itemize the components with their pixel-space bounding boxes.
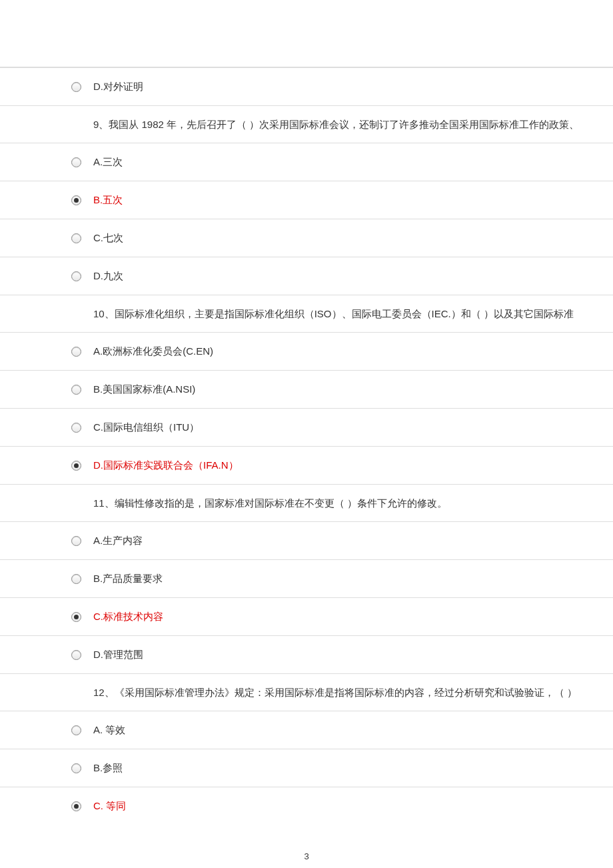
radio-cell — [0, 536, 93, 546]
option-label: D.国际标准实践联合会（IFA.N） — [93, 452, 613, 479]
option-row: D.对外证明 — [0, 67, 613, 105]
option-row: D.国际标准实践联合会（IFA.N） — [0, 446, 613, 484]
option-row: C.标准技术内容 — [0, 597, 613, 635]
question-text: 12、《采用国际标准管理办法》规定：采用国际标准是指将国际标准的内容，经过分析研… — [0, 674, 613, 711]
option-label: B.美国国家标准(A.NSI) — [93, 376, 613, 403]
radio-cell — [0, 763, 93, 773]
radio-button[interactable] — [71, 82, 81, 92]
page-number: 3 — [0, 851, 613, 861]
question-block: D.对外证明 — [0, 67, 613, 105]
radio-cell — [0, 347, 93, 357]
question-text: 11、编辑性修改指的是，国家标准对国际标准在不变更（ ）条件下允许的修改。 — [0, 485, 613, 521]
radio-button[interactable] — [71, 574, 81, 584]
option-row: C. 等同 — [0, 787, 613, 825]
option-row: D.九次 — [0, 257, 613, 295]
radio-cell — [0, 650, 93, 660]
question-block: 11、编辑性修改指的是，国家标准对国际标准在不变更（ ）条件下允许的修改。A.生… — [0, 484, 613, 673]
radio-button[interactable] — [71, 725, 81, 735]
option-row: A.三次 — [0, 143, 613, 181]
radio-button[interactable] — [71, 423, 81, 433]
option-label: B.五次 — [93, 187, 613, 213]
option-label: B.参照 — [93, 755, 613, 781]
option-label: D.管理范围 — [93, 641, 613, 668]
radio-button[interactable] — [71, 195, 81, 205]
option-row: A. 等效 — [0, 711, 613, 749]
option-row: D.管理范围 — [0, 635, 613, 673]
option-row: B.五次 — [0, 181, 613, 219]
option-label: C. 等同 — [93, 793, 613, 819]
radio-button[interactable] — [71, 271, 81, 281]
radio-cell — [0, 612, 93, 622]
option-label: D.九次 — [93, 263, 613, 289]
option-row: B.产品质量要求 — [0, 559, 613, 597]
radio-cell — [0, 801, 93, 811]
question-block: 9、我国从 1982 年，先后召开了（ ）次采用国际标准会议，还制订了许多推动全… — [0, 105, 613, 295]
radio-button[interactable] — [71, 650, 81, 660]
radio-button[interactable] — [71, 461, 81, 471]
questions-list: D.对外证明9、我国从 1982 年，先后召开了（ ）次采用国际标准会议，还制订… — [0, 67, 613, 825]
option-label: C.国际电信组织（ITU） — [93, 414, 613, 441]
option-row: B.参照 — [0, 749, 613, 787]
option-label: A.欧洲标准化委员会(C.EN) — [93, 338, 613, 365]
radio-button[interactable] — [71, 233, 81, 243]
radio-cell — [0, 271, 93, 281]
radio-cell — [0, 82, 93, 92]
option-row: C.国际电信组织（ITU） — [0, 408, 613, 446]
option-label: A.三次 — [93, 149, 613, 175]
option-label: C.标准技术内容 — [93, 603, 613, 630]
radio-button[interactable] — [71, 157, 81, 167]
option-label: B.产品质量要求 — [93, 565, 613, 592]
option-label: C.七次 — [93, 225, 613, 251]
top-spacer — [0, 0, 613, 67]
radio-cell — [0, 233, 93, 243]
radio-button[interactable] — [71, 763, 81, 773]
radio-cell — [0, 195, 93, 205]
radio-button[interactable] — [71, 347, 81, 357]
radio-button[interactable] — [71, 385, 81, 395]
option-row: A.生产内容 — [0, 521, 613, 559]
radio-cell — [0, 385, 93, 395]
question-text: 9、我国从 1982 年，先后召开了（ ）次采用国际标准会议，还制订了许多推动全… — [0, 106, 613, 143]
question-text: 10、国际标准化组织，主要是指国际标准化组织（ISO）、国际电工委员会（IEC.… — [0, 295, 613, 332]
option-label: A.生产内容 — [93, 527, 613, 554]
option-row: B.美国国家标准(A.NSI) — [0, 370, 613, 408]
option-label: D.对外证明 — [93, 73, 613, 100]
option-label: A. 等效 — [93, 717, 613, 743]
question-block: 12、《采用国际标准管理办法》规定：采用国际标准是指将国际标准的内容，经过分析研… — [0, 673, 613, 825]
option-row: A.欧洲标准化委员会(C.EN) — [0, 332, 613, 370]
page-container: D.对外证明9、我国从 1982 年，先后召开了（ ）次采用国际标准会议，还制订… — [0, 0, 613, 868]
option-row: C.七次 — [0, 219, 613, 257]
radio-button[interactable] — [71, 536, 81, 546]
radio-cell — [0, 423, 93, 433]
question-block: 10、国际标准化组织，主要是指国际标准化组织（ISO）、国际电工委员会（IEC.… — [0, 295, 613, 484]
radio-button[interactable] — [71, 801, 81, 811]
radio-cell — [0, 574, 93, 584]
radio-cell — [0, 461, 93, 471]
radio-button[interactable] — [71, 612, 81, 622]
radio-cell — [0, 725, 93, 735]
radio-cell — [0, 157, 93, 167]
